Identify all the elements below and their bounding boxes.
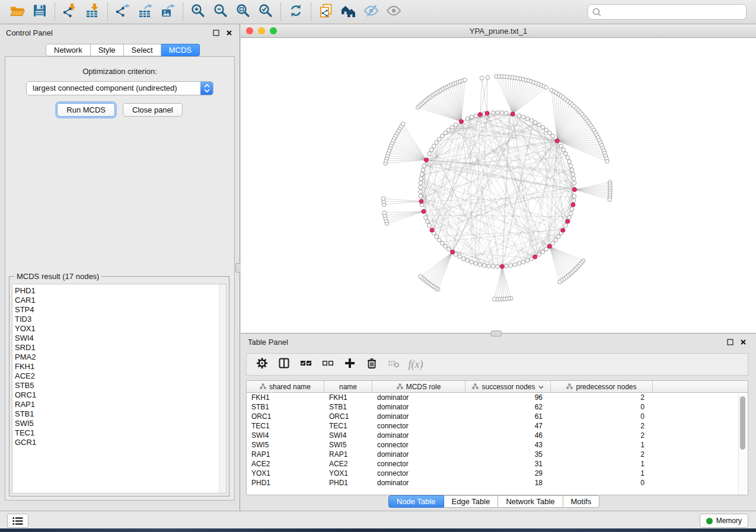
cell-mcds-role[interactable]: connector [372,421,465,431]
table-tab-edge-table[interactable]: Edge Table [444,495,499,508]
network-node[interactable] [505,264,509,268]
network-hub-node[interactable] [533,255,537,259]
network-node[interactable] [487,264,491,268]
network-node[interactable] [419,177,423,181]
network-node[interactable] [559,144,563,148]
mcds-result-item[interactable]: CAR1 [12,296,226,305]
network-hub-node[interactable] [511,112,515,116]
column-header-successor-nodes[interactable]: successor nodes [465,381,551,392]
network-node[interactable] [569,211,573,216]
network-node[interactable] [465,117,470,121]
network-hub-node[interactable] [425,158,429,162]
mcds-result-list[interactable]: PHD1CAR1STP4TID3YOX1SWI4SRD1PMA2FKH1ACE2… [12,284,227,493]
network-node[interactable] [419,185,423,190]
network-node[interactable] [500,111,504,115]
cell-successor-nodes[interactable]: 96 [465,393,551,402]
network-node[interactable] [428,152,432,156]
cell-mcds-role[interactable]: connector [372,469,465,478]
mcds-result-item[interactable]: GCR1 [12,438,226,447]
network-node[interactable] [424,216,428,220]
network-hub-node[interactable] [419,199,423,203]
network-node[interactable] [441,134,445,138]
network-node[interactable] [541,126,545,130]
table-toolbar-add-column-button[interactable] [340,355,359,373]
cell-successor-nodes[interactable]: 47 [465,421,551,431]
column-header-shared-name[interactable]: shared name [247,381,324,392]
network-node[interactable] [454,123,458,127]
close-panel-icon[interactable] [224,28,234,37]
network-node[interactable] [572,177,576,181]
network-node[interactable] [461,257,465,261]
network-node[interactable] [521,260,525,264]
network-node[interactable] [474,114,478,118]
cell-name[interactable]: ACE2 [324,459,372,469]
network-node[interactable] [444,245,448,249]
table-row[interactable]: STB1STB1dominator620 [247,402,748,412]
network-node[interactable] [438,137,442,142]
mcds-result-item[interactable]: PMA2 [12,352,226,362]
network-node[interactable] [478,262,482,267]
network-node[interactable] [483,264,487,268]
table-row[interactable]: PHD1PHD1dominator180 [247,478,748,488]
memory-button[interactable]: Memory [700,514,748,528]
toolbar-button-zoom-in[interactable] [187,2,209,21]
cell-shared-name[interactable]: RAP1 [247,450,324,459]
mcds-result-item[interactable]: STB5 [12,381,226,390]
table-row[interactable]: RAP1RAP1dominator352 [247,450,748,459]
network-node[interactable] [496,111,500,115]
network-node[interactable] [558,280,562,284]
network-node[interactable] [441,241,445,245]
mcds-result-item[interactable]: PHD1 [12,286,226,296]
cell-name[interactable]: PHD1 [324,478,372,488]
cell-predecessor-nodes[interactable]: 2 [551,393,653,402]
toolbar-button-import-table[interactable] [81,2,104,21]
network-node[interactable] [421,168,425,172]
network-node[interactable] [571,172,575,177]
toolbar-button-export-table[interactable] [134,2,157,21]
column-header-predecessor-nodes[interactable]: predecessor nodes [551,381,653,392]
mcds-result-item[interactable]: ORC1 [12,390,226,400]
cell-name[interactable]: ORC1 [324,412,372,421]
network-node[interactable] [544,85,548,89]
network-window-titlebar[interactable]: YPA_prune.txt_1 [241,24,756,38]
network-node[interactable] [521,115,525,119]
table-toolbar-select-all-button[interactable] [296,355,315,373]
table-toolbar-delete-column-button[interactable] [362,355,381,373]
network-node[interactable] [480,76,484,81]
network-node[interactable] [529,118,534,123]
toolbar-button-zoom-out[interactable] [209,2,232,21]
network-node[interactable] [470,260,474,264]
network-node[interactable] [496,265,500,269]
table-row[interactable]: ORC1ORC1dominator610 [247,412,748,421]
cell-shared-name[interactable]: ORC1 [247,412,324,421]
network-hub-node[interactable] [555,139,559,143]
network-node[interactable] [450,126,454,130]
toolbar-button-show-all[interactable] [382,2,405,21]
toolbar-button-duplicate-network[interactable] [315,2,337,21]
cell-shared-name[interactable]: FKH1 [247,393,324,402]
table-toolbar-deselect-all-button[interactable] [318,355,337,373]
table-scrollbar[interactable] [738,394,747,494]
network-node[interactable] [517,261,521,265]
cell-predecessor-nodes[interactable]: 2 [551,421,653,431]
cell-shared-name[interactable]: TEC1 [247,421,324,431]
network-hub-node[interactable] [485,111,489,116]
network-node[interactable] [567,160,572,164]
cell-successor-nodes[interactable]: 46 [465,431,551,440]
network-node[interactable] [401,122,405,126]
network-node[interactable] [570,207,574,211]
criterion-select[interactable]: largest connected component (undirected) [26,81,213,95]
cell-shared-name[interactable]: SWI4 [247,431,324,440]
table-row[interactable]: YOX1YOX1connector291 [247,469,748,478]
toolbar-button-zoom-fit[interactable] [232,2,254,21]
network-node[interactable] [537,252,541,257]
tab-mcds[interactable]: MCDS [161,44,200,56]
table-scrollbar-thumb[interactable] [740,396,745,450]
network-node[interactable] [541,250,545,254]
network-node[interactable] [557,235,561,239]
cell-mcds-role[interactable]: dominator [372,412,465,421]
network-node[interactable] [572,181,576,185]
network-node[interactable] [566,156,570,160]
network-node[interactable] [554,238,558,242]
cell-mcds-role[interactable]: dominator [372,450,465,459]
